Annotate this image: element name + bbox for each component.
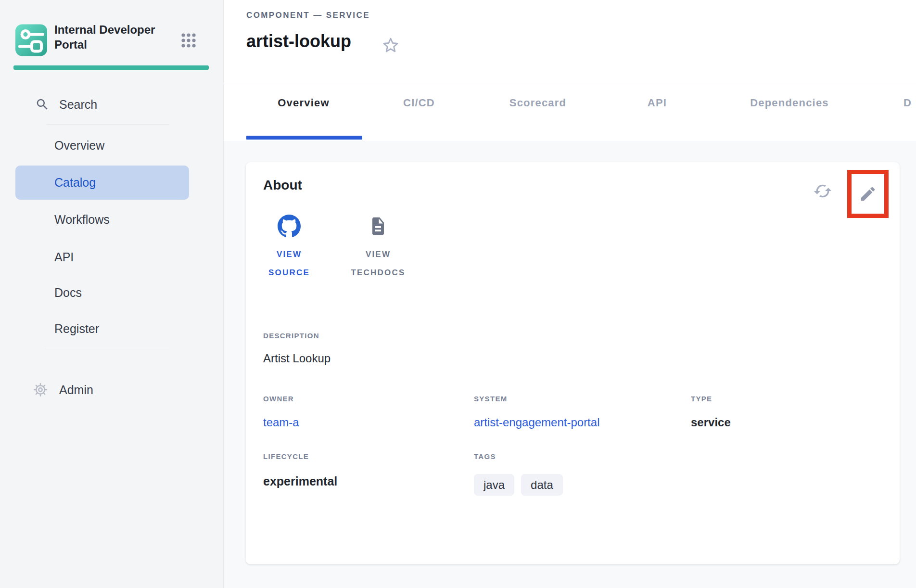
star-outline-icon[interactable] [382, 36, 400, 54]
type-value: service [691, 415, 731, 430]
search-label: Search [59, 98, 97, 112]
system-value-link[interactable]: artist-engagement-portal [474, 415, 599, 430]
internal-developer-portal-app: Internal Developer Portal Search Overvie… [0, 0, 916, 588]
view-source-label: VIEW SOURCE [268, 245, 310, 282]
breadcrumb: COMPONENT — SERVICE [246, 11, 370, 20]
tab-scorecard[interactable]: Scorecard [509, 92, 566, 114]
tab-content: About VIEW [224, 141, 916, 588]
description-value: Artist Lookup [263, 351, 331, 366]
active-tab-underline [246, 136, 362, 140]
lifecycle-label: LIFECYCLE [263, 452, 309, 461]
sidebar-divider [46, 349, 169, 349]
view-techdocs-link[interactable]: VIEW TECHDOCS [335, 215, 421, 282]
tab-cicd[interactable]: CI/CD [403, 92, 435, 114]
tags-label: TAGS [474, 452, 496, 461]
owner-value-link[interactable]: team-a [263, 415, 299, 430]
main-area: COMPONENT — SERVICE artist-lookup Overvi… [224, 0, 916, 588]
sidebar-item-workflows[interactable]: Workflows [15, 207, 189, 231]
tab-overview[interactable]: Overview [278, 92, 329, 114]
github-icon [278, 215, 301, 238]
sidebar-item-overview[interactable]: Overview [15, 133, 189, 157]
brand-title: Internal Developer Portal [54, 22, 184, 52]
about-card: About VIEW [246, 162, 900, 564]
page-title: artist-lookup [246, 31, 351, 52]
tab-bar: Overview CI/CD Scorecard API Dependencie… [224, 84, 916, 141]
sidebar-item-docs[interactable]: Docs [15, 281, 189, 305]
brand-accent-bar [13, 65, 209, 70]
description-label: DESCRIPTION [263, 332, 319, 340]
view-source-link[interactable]: VIEW SOURCE [254, 215, 325, 282]
admin-label: Admin [59, 383, 93, 397]
tag-chip[interactable]: data [521, 474, 563, 496]
type-label: TYPE [691, 395, 712, 403]
sidebar: Internal Developer Portal Search Overvie… [0, 0, 224, 588]
highlight-box-red [847, 170, 889, 218]
tab-dependencies[interactable]: Dependencies [750, 92, 829, 114]
sidebar-item-catalog[interactable]: Catalog [15, 166, 189, 200]
search-icon [35, 97, 50, 112]
portal-logo-icon [15, 24, 47, 56]
owner-label: OWNER [263, 395, 294, 403]
edit-pencil-icon[interactable] [859, 185, 877, 203]
sidebar-item-register[interactable]: Register [15, 317, 189, 341]
gear-icon [32, 382, 49, 398]
sidebar-item-admin[interactable]: Admin [32, 379, 93, 401]
brand: Internal Developer Portal [15, 24, 208, 56]
techdocs-file-icon [369, 216, 387, 237]
refresh-icon[interactable] [813, 181, 832, 201]
tab-overflow-truncated[interactable]: D [903, 92, 912, 114]
apps-grid-icon[interactable] [181, 33, 196, 48]
sidebar-item-search[interactable]: Search [35, 93, 97, 115]
lifecycle-value: experimental [263, 473, 337, 489]
view-techdocs-label: VIEW TECHDOCS [351, 245, 406, 282]
about-card-title: About [263, 177, 302, 194]
tab-api[interactable]: API [648, 92, 667, 114]
tags-row: java data [474, 474, 563, 496]
tag-chip[interactable]: java [474, 474, 514, 496]
sidebar-divider [47, 124, 169, 125]
system-label: SYSTEM [474, 395, 507, 403]
sidebar-item-api[interactable]: API [15, 245, 189, 269]
